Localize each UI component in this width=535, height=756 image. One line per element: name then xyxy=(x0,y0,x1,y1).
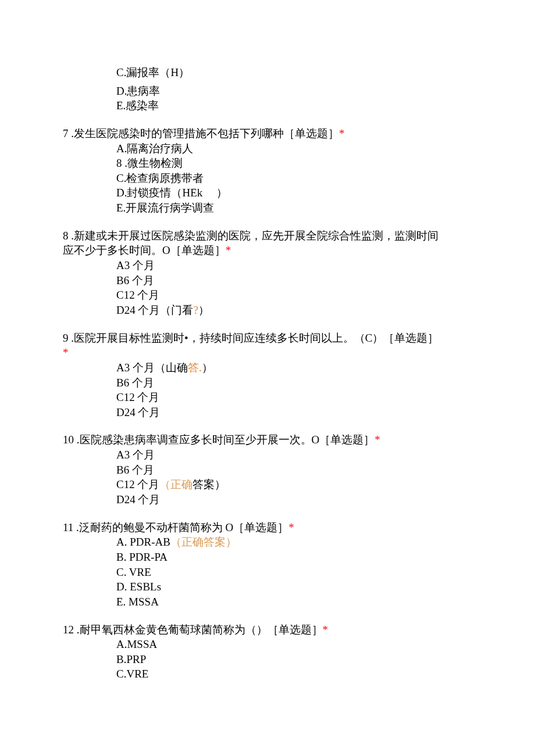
q7-stem-text: 7 .发生医院感染时的管理措施不包括下列哪种［单选题］ xyxy=(63,127,339,139)
q12-stem: 12 .耐甲氧西林金黄色葡萄球菌简称为（）［单选题］* xyxy=(63,622,472,637)
q9-stem-line1: 9 .医院开展目标性监测时•，持续时间应连续多长时间以上。（C）［单选题］ xyxy=(63,331,472,346)
q7-option-b: 8 .微生物检测 xyxy=(63,156,472,171)
q12-option-b: B.PRP xyxy=(63,652,472,667)
asterisk-icon: * xyxy=(288,521,294,533)
prelude-option-e: E.感染率 xyxy=(63,98,472,113)
q7-stem: 7 .发生医院感染时的管理措施不包括下列哪种［单选题］* xyxy=(63,126,472,141)
q11-stem-text: 11 .泛耐药的鲍曼不动杆菌简称为 O［单选题］ xyxy=(63,521,288,533)
q8-stem-line1: 8 .新建或未开展过医院感染监测的医院，应先开展全院综合性监测，监测时间 xyxy=(63,228,472,243)
q11-stem: 11 .泛耐药的鲍曼不动杆菌简称为 O［单选题］* xyxy=(63,520,472,535)
q8-d-pre: D24 个月（门看 xyxy=(116,304,193,316)
q10-option-c: C12 个月（正确答案） xyxy=(63,477,472,492)
asterisk-icon: * xyxy=(339,127,345,139)
q9-option-a: A3 个月（山确答.） xyxy=(63,360,472,375)
q10-option-d: D24 个月 xyxy=(63,492,472,507)
q8-d-post: ） xyxy=(198,304,209,316)
q12-stem-text: 12 .耐甲氧西林金黄色葡萄球菌简称为（）［单选题］ xyxy=(63,624,323,636)
q9-a-pre: A3 个月（山确 xyxy=(116,361,188,374)
asterisk-icon: * xyxy=(63,346,69,359)
q10-option-b: B6 个月 xyxy=(63,463,472,478)
q8-stem2-text: 应不少于多长时间。O［单选题］ xyxy=(63,244,226,256)
asterisk-icon: * xyxy=(323,624,329,636)
q9-a-orange: 答. xyxy=(188,361,202,374)
q8-option-d: D24 个月（门看?） xyxy=(63,303,472,318)
q10-stem-text: 10 .医院感染患病率调查应多长时间至少开展一次。O［单选题］ xyxy=(63,433,374,446)
q11-option-e: E. MSSA xyxy=(63,594,472,610)
q8-option-b: B6 个月 xyxy=(63,273,472,288)
q10-c-pre: C12 个月 xyxy=(116,478,159,490)
q9-a-post: ） xyxy=(202,361,213,374)
asterisk-icon: * xyxy=(226,244,231,256)
q10-stem: 10 .医院感染患病率调查应多长时间至少开展一次。O［单选题］* xyxy=(63,432,472,447)
q8-d-orange: ? xyxy=(193,304,198,316)
q11-option-a: A. PDR-AB（正确答案） xyxy=(63,535,472,550)
q7-option-d: D.封锁疫情（HEk ） xyxy=(63,185,472,200)
q9-option-b: B6 个月 xyxy=(63,375,472,390)
q10-c-orange: （正确 xyxy=(159,478,192,490)
q9-option-c: C12 个月 xyxy=(63,390,472,405)
document-page: C.漏报率（H） D.患病率 E.感染率 7 .发生医院感染时的管理措施不包括下… xyxy=(0,0,535,756)
q7-option-e: E.开展流行病学调查 xyxy=(63,200,472,216)
asterisk-icon: * xyxy=(374,433,380,446)
q11-option-b: B. PDR-PA xyxy=(63,550,472,565)
q7-option-c: C.检查病原携带者 xyxy=(63,171,472,186)
q8-stem-line2: 应不少于多长时间。O［单选题］* xyxy=(63,243,472,258)
prelude-option-d: D.患病率 xyxy=(63,84,472,99)
q7-option-a: A.隔离治疗病人 xyxy=(63,141,472,156)
q10-c-post: 答案） xyxy=(192,478,226,490)
q9-option-d: D24 个月 xyxy=(63,405,472,420)
q11-option-c: C. VRE xyxy=(63,565,472,580)
q11-a-pre: A. PDR-AB xyxy=(116,536,170,548)
q10-option-a: A3 个月 xyxy=(63,447,472,463)
q11-option-d: D. ESBLs xyxy=(63,579,472,594)
q12-option-c: C.VRE xyxy=(63,667,472,682)
prelude-option-c: C.漏报率（H） xyxy=(63,65,472,80)
q9-stem-line2: * xyxy=(63,345,472,360)
q8-option-a: A3 个月 xyxy=(63,258,472,273)
q12-option-a: A.MSSA xyxy=(63,637,472,652)
q11-a-orange: （正确答案） xyxy=(170,536,237,548)
q8-option-c: C12 个月 xyxy=(63,288,472,303)
